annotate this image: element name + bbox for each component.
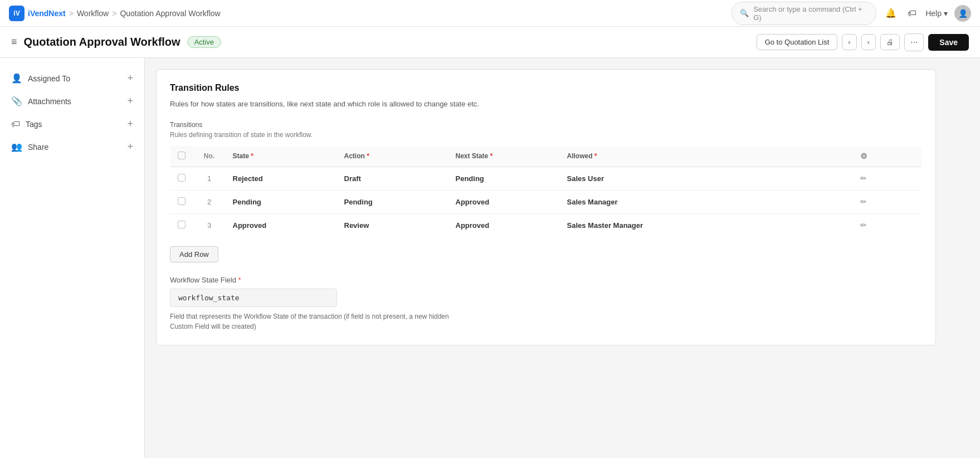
help-arrow-icon: ▾: [944, 9, 948, 18]
page-header-left: ≡ Quotation Approval Workflow Active: [11, 36, 221, 48]
row-edit-icon-0[interactable]: ✏: [860, 174, 867, 183]
brand-name[interactable]: iVendNext: [28, 9, 66, 18]
status-badge: Active: [187, 36, 221, 48]
avatar[interactable]: 👤: [954, 5, 971, 22]
assigned-to-label: Assigned To: [28, 74, 70, 83]
prev-button[interactable]: ‹: [842, 34, 856, 50]
row-state-cell-1: Pending: [226, 190, 338, 213]
nav-right: 🔍 Search or type a command (Ctrl + G) 🔔 …: [732, 2, 971, 25]
page-header: ≡ Quotation Approval Workflow Active Go …: [0, 27, 980, 58]
row-checkbox-cell-1: [170, 190, 193, 213]
state-header-text: State: [233, 152, 249, 160]
sidebar-item-share[interactable]: 👥 Share +: [0, 135, 144, 158]
workflow-state-field-help: Field that represents the Workflow State…: [170, 311, 460, 332]
nav-crumb-workflow[interactable]: Workflow: [77, 9, 109, 18]
sidebar-item-left-share: 👥 Share: [11, 142, 48, 152]
print-icon: 🖨: [886, 38, 894, 46]
row-next-state-cell-0: Pending: [449, 167, 560, 190]
tags-label: Tags: [26, 120, 42, 129]
sidebar-item-assigned-to[interactable]: 👤 Assigned To +: [0, 67, 144, 90]
row-edit-cell-0: ✏: [854, 167, 922, 190]
attachments-label: Attachments: [28, 97, 71, 106]
col-header-action: Action *: [338, 145, 449, 167]
workflow-state-field-label: Workflow State Field *: [170, 276, 922, 284]
next-state-header-text: Next State: [456, 152, 489, 160]
table-row: 1 Rejected Draft Pending Sales User ✏: [170, 167, 922, 190]
save-button[interactable]: Save: [928, 34, 969, 51]
add-row-button[interactable]: Add Row: [170, 246, 218, 262]
row-checkbox-0[interactable]: [178, 174, 186, 182]
row-checkbox-cell-0: [170, 167, 193, 190]
notification-icon[interactable]: 🔔: [883, 6, 899, 21]
col-header-no: No.: [193, 145, 226, 167]
workflow-state-field-value[interactable]: workflow_state: [170, 289, 337, 307]
attachments-icon: 📎: [11, 96, 22, 106]
assigned-to-add-icon[interactable]: +: [127, 72, 133, 84]
allowed-required: *: [593, 152, 597, 160]
next-state-required: *: [488, 152, 493, 160]
row-state-cell-0: Rejected: [226, 167, 338, 190]
search-placeholder: Search or type a command (Ctrl + G): [753, 5, 868, 22]
col-header-state: State *: [226, 145, 338, 167]
row-allowed-cell-0: Sales User: [560, 167, 854, 190]
tags-icon: 🏷: [11, 119, 20, 129]
more-button[interactable]: ···: [904, 33, 924, 51]
brand-icon: iV: [9, 6, 25, 21]
attachments-add-icon[interactable]: +: [127, 95, 133, 107]
subsection-label: Transitions: [170, 121, 922, 129]
nav-sep-2: >: [112, 9, 116, 18]
col-header-next-state: Next State *: [449, 145, 560, 167]
sidebar-item-left-attachments: 📎 Attachments: [11, 96, 71, 106]
table-header-row: No. State * Action * Next State * Allowe…: [170, 145, 922, 167]
row-no-cell-1: 2: [193, 190, 226, 213]
row-checkbox-2[interactable]: [178, 221, 186, 228]
nav-sep-1: >: [69, 9, 74, 18]
table-row: 3 Approved Review Approved Sales Master …: [170, 213, 922, 237]
sidebar-item-left-tags: 🏷 Tags: [11, 119, 42, 129]
row-action-cell-2: Review: [338, 213, 449, 237]
help-button[interactable]: Help ▾: [925, 9, 948, 18]
row-next-state-cell-2: Approved: [449, 213, 560, 237]
brand-icon-text: iV: [13, 9, 19, 17]
share-icon: 👥: [11, 142, 22, 152]
section-title: Transition Rules: [170, 83, 922, 93]
tag-icon[interactable]: 🏷: [905, 6, 919, 21]
assigned-to-icon: 👤: [11, 73, 22, 84]
field-required: *: [236, 276, 241, 284]
header-checkbox[interactable]: [178, 152, 186, 159]
row-no-cell-2: 3: [193, 213, 226, 237]
share-add-icon[interactable]: +: [127, 141, 133, 153]
sidebar-item-tags[interactable]: 🏷 Tags +: [0, 113, 144, 135]
sidebar-item-attachments[interactable]: 📎 Attachments +: [0, 90, 144, 113]
row-action-cell-0: Draft: [338, 167, 449, 190]
row-no-cell-0: 1: [193, 167, 226, 190]
go-to-list-button[interactable]: Go to Quotation List: [757, 34, 838, 50]
next-button[interactable]: ›: [861, 34, 876, 50]
page-title: Quotation Approval Workflow: [24, 36, 181, 48]
avatar-icon: 👤: [958, 9, 968, 18]
row-checkbox-1[interactable]: [178, 197, 186, 205]
sidebar-item-left-assigned: 👤 Assigned To: [11, 73, 70, 84]
field-label-text: Workflow State Field: [170, 276, 236, 284]
nav-left: iV iVendNext > Workflow > Quotation Appr…: [9, 6, 221, 21]
tags-add-icon[interactable]: +: [127, 118, 133, 130]
table-row: 2 Pending Pending Approved Sales Manager…: [170, 190, 922, 213]
row-checkbox-cell-2: [170, 213, 193, 237]
row-edit-icon-2[interactable]: ✏: [860, 221, 867, 230]
main-layout: 👤 Assigned To + 📎 Attachments + 🏷 Tags +…: [0, 58, 980, 458]
col-header-checkbox: [170, 145, 193, 167]
top-nav: iV iVendNext > Workflow > Quotation Appr…: [0, 0, 980, 27]
action-header-text: Action: [344, 152, 365, 160]
row-next-state-cell-1: Approved: [449, 190, 560, 213]
row-edit-cell-1: ✏: [854, 190, 922, 213]
print-button[interactable]: 🖨: [880, 34, 900, 50]
search-box[interactable]: 🔍 Search or type a command (Ctrl + G): [732, 2, 876, 25]
subsection-sublabel: Rules defining transition of state in th…: [170, 131, 922, 139]
row-edit-icon-1[interactable]: ✏: [860, 197, 867, 206]
table-gear-icon[interactable]: ⚙: [860, 152, 867, 160]
nav-crumb-page: Quotation Approval Workflow: [120, 9, 220, 18]
page-header-right: Go to Quotation List ‹ › 🖨 ··· Save: [757, 33, 969, 51]
main-content: Transition Rules Rules for how states ar…: [145, 58, 980, 458]
search-icon: 🔍: [740, 9, 749, 17]
menu-icon[interactable]: ≡: [11, 36, 17, 48]
